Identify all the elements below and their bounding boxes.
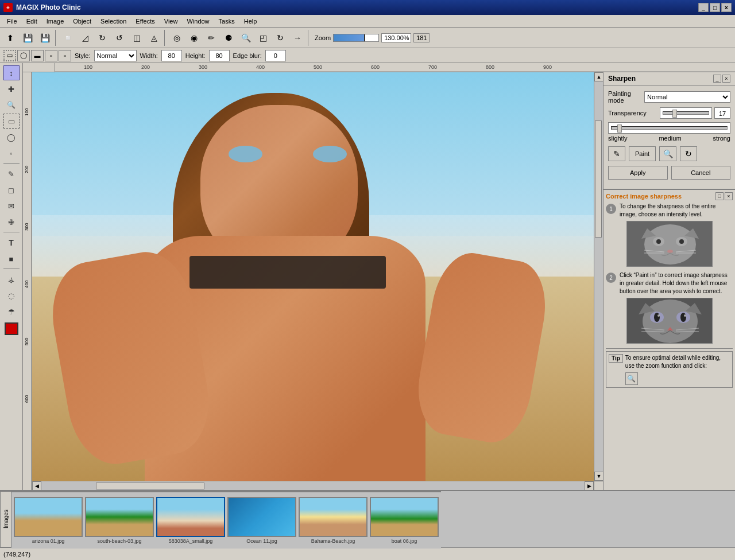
tool-btn-9[interactable]: ◬ — [146, 30, 162, 46]
filmstrip-item-2[interactable]: 583038A_small.jpg — [156, 497, 225, 544]
sharpen-panel-header: Sharpen _ × — [604, 72, 735, 85]
zoom-slider[interactable] — [333, 34, 379, 42]
panel-min-btn[interactable]: _ — [713, 75, 721, 83]
width-input[interactable] — [161, 50, 182, 61]
menu-window[interactable]: Window — [182, 17, 214, 26]
transparency-slider[interactable] — [660, 107, 712, 119]
tool-btn-2[interactable]: 💾 — [20, 30, 36, 46]
ellipse-select-btn[interactable]: ◯ — [3, 130, 20, 145]
tip-box: Tip To ensure optimal detail while editi… — [606, 351, 733, 388]
close-button[interactable]: × — [721, 3, 732, 12]
menu-object[interactable]: Object — [68, 17, 96, 26]
filmstrip-item-5[interactable]: boat 06.jpg — [370, 497, 439, 544]
warp-btn[interactable]: ✙ — [3, 215, 20, 230]
paint-icon-btn[interactable]: ✎ — [608, 146, 625, 161]
eyedropper-btn[interactable]: ⚶ — [3, 272, 20, 287]
magic-select-btn[interactable]: ◦ — [3, 146, 20, 161]
paint-brush-btn[interactable]: ✎ — [3, 166, 20, 181]
tool-btn-14[interactable]: 🔍 — [238, 30, 254, 46]
tool-btn-16[interactable]: ↻ — [272, 30, 288, 46]
scroll-right-btn[interactable]: ▶ — [585, 481, 594, 491]
scroll-thumb-v[interactable] — [595, 120, 602, 238]
reset-btn[interactable]: ↻ — [680, 146, 697, 161]
transparency-thumb[interactable] — [672, 110, 677, 118]
sel-rect-btn[interactable]: ▭ — [3, 50, 16, 61]
sel-ellipse-btn[interactable]: ◯ — [17, 50, 30, 61]
maximize-button[interactable]: □ — [710, 3, 720, 12]
text-btn[interactable]: T — [3, 235, 20, 250]
menu-effects[interactable]: Effects — [131, 17, 159, 26]
menu-image[interactable]: Image — [42, 17, 69, 26]
painting-mode-select[interactable]: Normal Lighten Darken — [644, 91, 730, 103]
style-select[interactable]: Normal Fixed ratio Fixed size — [94, 50, 137, 61]
filmstrip-item-0[interactable]: arizona 01.jpg — [14, 497, 83, 544]
tool-btn-13[interactable]: ⚈ — [220, 30, 237, 46]
menu-edit[interactable]: Edit — [22, 17, 42, 26]
menu-file[interactable]: File — [2, 17, 22, 26]
scroll-down-btn[interactable]: ▼ — [594, 472, 603, 481]
window-controls: _ □ × — [698, 3, 732, 12]
film-thumb-3[interactable] — [227, 497, 296, 537]
help-panel-restore[interactable]: □ — [715, 192, 724, 200]
canvas-image-area[interactable]: ▲ ▼ ◀ ▶ — [32, 72, 603, 490]
film-thumb-2[interactable] — [156, 497, 225, 537]
zoom-value[interactable]: 130.00% — [381, 33, 411, 42]
clone-btn[interactable]: ✉ — [3, 199, 20, 213]
paint-button[interactable]: Paint — [629, 146, 656, 161]
transform-tool-btn[interactable]: ✚ — [3, 81, 20, 96]
shape-btn[interactable]: ■ — [3, 251, 20, 266]
menu-help[interactable]: Help — [239, 17, 262, 26]
scroll-left-btn[interactable]: ◀ — [32, 481, 41, 491]
foreground-color[interactable] — [5, 322, 18, 335]
intensity-slider[interactable] — [608, 122, 730, 134]
filmstrip-item-3[interactable]: Ocean 11.jpg — [227, 497, 296, 544]
transparency-value: 17 — [714, 107, 730, 119]
cancel-button[interactable]: Cancel — [671, 166, 731, 180]
tool-btn-15[interactable]: ◰ — [255, 30, 271, 46]
preview-btn[interactable]: 🔍 — [659, 146, 676, 161]
tool-btn-3[interactable]: 💾 — [37, 30, 53, 46]
scroll-up-btn[interactable]: ▲ — [594, 72, 603, 81]
sel-other1-btn[interactable]: ▬ — [31, 50, 44, 61]
film-thumb-5[interactable] — [370, 497, 439, 537]
minimize-button[interactable]: _ — [698, 3, 709, 12]
tool-btn-7[interactable]: ↺ — [111, 30, 127, 46]
filmstrip-item-1[interactable]: south-beach-03.jpg — [85, 497, 154, 544]
help-panel-close[interactable]: × — [725, 192, 733, 200]
film-thumb-4[interactable] — [299, 497, 368, 537]
film-thumb-0[interactable] — [14, 497, 83, 537]
zoom-tool-btn[interactable]: 🔍 — [3, 98, 20, 112]
eraser-btn[interactable]: ◻ — [3, 182, 20, 197]
intensity-thumb[interactable] — [617, 125, 622, 133]
edge-blur-input[interactable] — [265, 50, 286, 61]
tool-btn-11[interactable]: ◉ — [186, 30, 202, 46]
vertical-scrollbar[interactable]: ▲ ▼ — [594, 72, 603, 481]
tool-btn-4[interactable]: ◽ — [60, 30, 76, 46]
panel-close-btn[interactable]: × — [722, 75, 730, 83]
tool-btn-1[interactable]: ⬆ — [2, 30, 18, 46]
tool-btn-10[interactable]: ◎ — [169, 30, 185, 46]
apply-button[interactable]: Apply — [608, 166, 668, 180]
move-tool-btn[interactable]: ↕ — [3, 65, 20, 80]
fill-btn[interactable]: ☂ — [3, 304, 20, 319]
horizontal-scrollbar[interactable]: ◀ ▶ — [32, 481, 594, 490]
menu-selection[interactable]: Selection — [96, 17, 131, 26]
tool-btn-8[interactable]: ◫ — [129, 30, 145, 46]
menu-tasks[interactable]: Tasks — [214, 17, 239, 26]
gradient-btn[interactable]: ◌ — [3, 288, 20, 303]
sel-other3-btn[interactable]: ▫ — [59, 50, 71, 61]
sel-other2-btn[interactable]: ▫ — [45, 50, 57, 61]
filmstrip-item-4[interactable]: Bahama-Beach.jpg — [299, 497, 368, 544]
tip-zoom-icon[interactable]: 🔍 — [625, 372, 638, 385]
help-step-2-content: 2 Click “Paint in” to correct image shar… — [606, 271, 733, 344]
height-input[interactable] — [209, 50, 230, 61]
tool-btn-17[interactable]: → — [289, 30, 305, 46]
tool-btn-12[interactable]: ✏ — [203, 30, 219, 46]
tool-btn-6[interactable]: ↻ — [94, 30, 110, 46]
tool-btn-5[interactable]: ◿ — [77, 30, 93, 46]
film-thumb-1[interactable] — [85, 497, 154, 537]
menu-view[interactable]: View — [160, 17, 183, 26]
rect-select-btn[interactable]: ▭ — [3, 114, 20, 129]
images-tab[interactable]: Images — [0, 491, 11, 547]
scroll-thumb-h[interactable] — [96, 483, 204, 489]
